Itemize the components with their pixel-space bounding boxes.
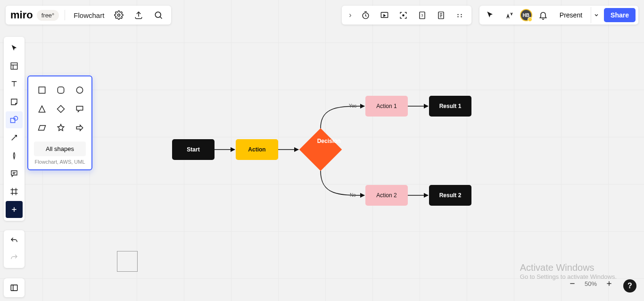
collab-bar: › 3 xyxy=(342,6,471,25)
zoom-bar: 50% xyxy=(564,276,618,292)
node-label: Result 2 xyxy=(439,192,462,199)
present-button[interactable]: Present xyxy=(554,8,588,22)
tool-connection-line[interactable] xyxy=(6,129,23,146)
redo-button[interactable] xyxy=(6,249,23,266)
svg-point-38 xyxy=(76,87,83,93)
plan-badge[interactable]: free° xyxy=(37,10,59,21)
board-name[interactable]: Flowchart xyxy=(71,11,107,19)
svg-point-19 xyxy=(461,16,462,17)
tool-sticky-note[interactable] xyxy=(6,93,23,110)
export-icon[interactable] xyxy=(131,7,147,23)
shape-speech-bubble[interactable] xyxy=(74,103,86,115)
shape-rhombus[interactable] xyxy=(55,103,67,115)
shape-parallelogram[interactable] xyxy=(36,122,48,134)
user-avatar[interactable]: HB xyxy=(520,9,532,21)
tool-add-more[interactable] xyxy=(6,201,23,218)
present-dropdown-icon[interactable] xyxy=(591,7,601,23)
help-button[interactable]: ? xyxy=(623,279,636,293)
svg-text:3: 3 xyxy=(421,13,423,17)
voting-icon[interactable]: 3 xyxy=(414,7,430,23)
tool-frame[interactable] xyxy=(6,183,23,200)
share-label: Share xyxy=(611,11,629,19)
svg-rect-34 xyxy=(11,285,17,291)
svg-rect-37 xyxy=(58,87,64,93)
svg-point-16 xyxy=(457,14,458,15)
help-glyph: ? xyxy=(627,282,632,290)
shape-grid xyxy=(33,83,87,139)
tool-select[interactable] xyxy=(6,40,23,57)
shape-circle[interactable] xyxy=(74,84,86,96)
node-label: Action 2 xyxy=(376,192,396,199)
expand-icon[interactable]: › xyxy=(346,11,355,19)
svg-line-6 xyxy=(160,17,162,19)
cursor-tracking-icon[interactable] xyxy=(482,7,498,23)
svg-point-5 xyxy=(156,12,161,17)
tool-pen[interactable] xyxy=(6,147,23,164)
svg-rect-23 xyxy=(11,118,15,123)
present-label: Present xyxy=(560,11,582,19)
shapes-hint: Flowchart, AWS, UML xyxy=(33,159,87,165)
svg-point-9 xyxy=(403,14,404,16)
node-label: Decision xyxy=(314,138,344,144)
actions-bar: HB Present Share xyxy=(479,6,638,25)
node-result1[interactable]: Result 1 xyxy=(429,96,471,117)
node-label: Result 1 xyxy=(439,103,462,109)
node-action1[interactable]: Action 1 xyxy=(365,96,408,117)
node-label: Start xyxy=(187,146,199,153)
share-button[interactable]: Share xyxy=(604,8,636,22)
shape-triangle[interactable] xyxy=(36,103,48,115)
notes-icon[interactable] xyxy=(433,7,449,23)
node-label: Action 1 xyxy=(376,103,396,109)
reactions-icon[interactable] xyxy=(501,7,517,23)
timer-icon[interactable] xyxy=(358,7,374,23)
miro-logo[interactable]: miro xyxy=(10,9,33,21)
notifications-icon[interactable] xyxy=(535,7,551,23)
tool-comment[interactable] xyxy=(6,165,23,182)
zoom-in-button[interactable] xyxy=(603,278,615,289)
svg-point-18 xyxy=(457,16,458,17)
drawing-preview-rect[interactable] xyxy=(117,251,138,272)
zoom-out-button[interactable] xyxy=(567,278,578,289)
node-action[interactable]: Action xyxy=(236,139,278,160)
shape-rectangle[interactable] xyxy=(36,84,48,96)
search-icon[interactable] xyxy=(150,7,166,23)
edge-label-no: No xyxy=(350,192,356,198)
header-bar: miro free° Flowchart xyxy=(6,6,171,25)
undo-redo-bar xyxy=(4,230,25,268)
undo-button[interactable] xyxy=(6,232,23,249)
node-label: Action xyxy=(248,146,265,153)
shape-arrow-right[interactable] xyxy=(74,122,86,134)
node-decision[interactable]: Decision xyxy=(299,128,342,171)
shape-rounded-rectangle[interactable] xyxy=(55,84,67,96)
settings-icon[interactable] xyxy=(111,7,127,23)
node-start[interactable]: Start xyxy=(172,139,215,160)
divider xyxy=(65,10,65,20)
svg-rect-36 xyxy=(39,87,45,93)
left-toolbar xyxy=(4,37,25,221)
all-shapes-label: All shapes xyxy=(46,145,74,152)
shapes-popover: All shapes Flowchart, AWS, UML xyxy=(27,75,92,170)
node-action2[interactable]: Action 2 xyxy=(365,185,408,206)
tool-templates[interactable] xyxy=(6,58,23,75)
hide-panels-button[interactable] xyxy=(4,278,25,297)
tool-shapes[interactable] xyxy=(6,111,23,128)
more-apps-icon[interactable] xyxy=(452,7,468,23)
svg-point-4 xyxy=(118,14,120,17)
presentation-icon[interactable] xyxy=(377,7,393,23)
svg-point-17 xyxy=(461,14,462,15)
focus-icon[interactable] xyxy=(396,7,412,23)
node-result2[interactable]: Result 2 xyxy=(429,185,471,206)
edge-label-yes: Yes xyxy=(349,103,356,109)
avatar-initials: HB xyxy=(523,13,529,18)
svg-rect-20 xyxy=(11,63,17,69)
shape-star[interactable] xyxy=(55,122,67,134)
svg-line-25 xyxy=(12,135,17,141)
all-shapes-button[interactable]: All shapes xyxy=(34,142,86,156)
tool-text[interactable] xyxy=(6,75,23,92)
zoom-level[interactable]: 50% xyxy=(585,280,597,287)
